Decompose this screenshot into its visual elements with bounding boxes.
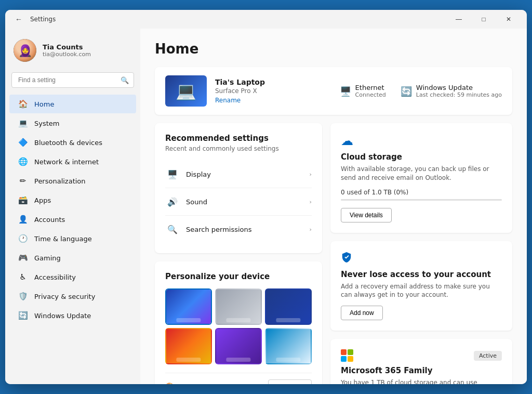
sidebar-item-network[interactable]: 🌐 Network & internet [9, 152, 136, 171]
nav-icon-accounts: 👤 [18, 214, 28, 225]
cloud-storage-card: ☁️ Cloud storage With available storage,… [330, 123, 512, 233]
add-now-button[interactable]: Add now [341, 306, 383, 320]
two-col-layout: Recommended settings Recent and commonly… [155, 123, 512, 384]
nav-icon-privacy: 🛡️ [18, 291, 28, 301]
wallpaper-thumb-w4[interactable] [165, 328, 212, 364]
sidebar-item-bluetooth[interactable]: 🔷 Bluetooth & devices [9, 133, 136, 152]
nav-label-home: Home [34, 100, 54, 108]
avatar-image: 🧕 [14, 39, 36, 62]
user-profile[interactable]: 🧕 Tia Counts tia@outlook.com [5, 33, 140, 68]
sidebar-item-system[interactable]: 💻 System [9, 114, 136, 133]
nav-icon-apps: 🗃️ [18, 195, 28, 205]
taskbar-preview-w3 [276, 318, 300, 322]
m365-title: Microsoft 365 Family [341, 366, 502, 375]
setting-chevron-search-icon: › [310, 226, 312, 233]
sidebar-item-accessibility[interactable]: ♿ Accessibility [9, 268, 136, 286]
wallpaper-thumb-w6[interactable] [265, 328, 312, 364]
app-window: ← Settings — □ ✕ 🧕 Tia Counts tia@outloo… [5, 10, 527, 384]
window-title: Settings [30, 16, 447, 23]
titlebar: ← Settings — □ ✕ [5, 10, 527, 29]
device-info: Tia's Laptop Surface Pro X Rename [215, 78, 340, 104]
wallpaper-inner-w1 [166, 290, 211, 324]
m365-header: Active [341, 349, 502, 362]
nav-icon-home: 🏠 [18, 99, 28, 109]
search-icon: 🔍 [121, 76, 129, 84]
sidebar-item-gaming[interactable]: 🎮 Gaming [9, 248, 136, 267]
taskbar-preview-w5 [226, 358, 250, 362]
color-mode-row: 🎨 Color mode Light Dark Custom [165, 373, 312, 384]
account-security-desc: Add a recovery email address to make sur… [341, 282, 502, 300]
sidebar-item-personalization[interactable]: ✏️ Personalization [9, 172, 136, 190]
sidebar-item-apps[interactable]: 🗃️ Apps [9, 191, 136, 209]
close-button[interactable]: ✕ [497, 11, 521, 27]
wallpaper-thumb-w3[interactable] [265, 288, 312, 325]
user-name: Tia Counts [43, 43, 91, 51]
setting-row-search[interactable]: 🔍 Search permissions › [165, 216, 312, 243]
back-button[interactable]: ← [11, 12, 26, 27]
search-box: 🔍 [11, 72, 134, 88]
search-input[interactable] [11, 72, 134, 88]
user-email: tia@outlook.com [43, 51, 91, 58]
sidebar-item-accounts[interactable]: 👤 Accounts [9, 210, 136, 229]
content-area: Home 💻 Tia's Laptop Surface Pro X Rename… [140, 29, 527, 384]
wallpaper-thumb-w2[interactable] [215, 288, 262, 325]
device-rename-link[interactable]: Rename [215, 97, 340, 104]
minimize-button[interactable]: — [447, 11, 471, 27]
ethernet-label: Ethernet [355, 84, 386, 91]
nav-list: 🏠 Home 💻 System 🔷 Bluetooth & devices 🌐 … [5, 94, 140, 325]
avatar: 🧕 [14, 39, 36, 62]
device-thumbnail: 💻 [165, 75, 207, 107]
wallpaper-inner-w4 [166, 329, 211, 363]
sidebar-item-update[interactable]: 🔄 Windows Update [9, 306, 136, 325]
microsoft365-card: Active Microsoft 365 Family You have 1 T… [330, 339, 512, 384]
nav-label-accessibility: Accessibility [34, 273, 76, 281]
nav-label-system: System [34, 120, 59, 127]
ethernet-status: 🖥️ Ethernet Connected [340, 84, 386, 98]
right-column: ☁️ Cloud storage With available storage,… [330, 123, 512, 384]
taskbar-preview-w2 [226, 318, 250, 322]
user-info: Tia Counts tia@outlook.com [43, 43, 91, 58]
setting-icon-search: 🔍 [165, 222, 180, 237]
sidebar-item-privacy[interactable]: 🛡️ Privacy & security [9, 287, 136, 306]
nav-label-accounts: Accounts [34, 216, 65, 224]
m365-active-badge: Active [474, 351, 502, 361]
m365-logo [341, 349, 353, 362]
windows-update-status: 🔄 Windows Update Last checked: 59 minute… [401, 84, 502, 98]
storage-bar [341, 199, 502, 201]
page-title: Home [155, 41, 512, 57]
wallpaper-thumb-w5[interactable] [215, 328, 262, 364]
personalize-card: Personalize your device 🎨 Color mode Lig… [155, 261, 322, 384]
m365-desc: You have 1 TB of cloud storage and can u… [341, 378, 502, 384]
cloud-storage-title: Cloud storage [341, 152, 502, 162]
storage-used: 0 used of 1.0 TB (0%) [341, 189, 502, 196]
wallpaper-grid [165, 288, 312, 364]
nav-icon-accessibility: ♿ [18, 272, 28, 282]
cloud-storage-desc: With available storage, you can back up … [341, 165, 502, 182]
maximize-button[interactable]: □ [472, 11, 496, 27]
wallpaper-inner-w2 [216, 290, 261, 324]
view-details-button[interactable]: View details [341, 208, 392, 222]
sidebar: 🧕 Tia Counts tia@outlook.com 🔍 🏠 Home 💻 … [5, 29, 140, 384]
m365-green-square [348, 349, 353, 355]
windows-update-icon: 🔄 [401, 86, 412, 97]
personalize-title: Personalize your device [165, 272, 312, 281]
setting-row-sound[interactable]: 🔊 Sound › [165, 188, 312, 216]
wallpaper-thumb-w1[interactable] [165, 288, 212, 325]
ethernet-sub: Connected [355, 91, 386, 98]
shield-icon [341, 252, 502, 266]
taskbar-preview-w6 [276, 358, 300, 362]
color-mode-label: Color mode [182, 383, 268, 385]
setting-icon-sound: 🔊 [165, 194, 180, 209]
wallpaper-inner-w6 [266, 329, 311, 363]
m365-yellow-square [348, 356, 353, 362]
left-column: Recommended settings Recent and commonly… [155, 123, 322, 384]
sidebar-item-time[interactable]: 🕐 Time & language [9, 229, 136, 248]
window-controls: — □ ✕ [447, 11, 521, 27]
setting-row-display[interactable]: 🖥️ Display › [165, 161, 312, 188]
ethernet-text: Ethernet Connected [355, 84, 386, 98]
setting-icon-display: 🖥️ [165, 167, 180, 181]
color-mode-select[interactable]: Light Dark Custom [268, 379, 312, 384]
sidebar-item-home[interactable]: 🏠 Home [9, 95, 136, 113]
update-label: Windows Update [416, 84, 502, 91]
nav-label-bluetooth: Bluetooth & devices [34, 139, 102, 147]
